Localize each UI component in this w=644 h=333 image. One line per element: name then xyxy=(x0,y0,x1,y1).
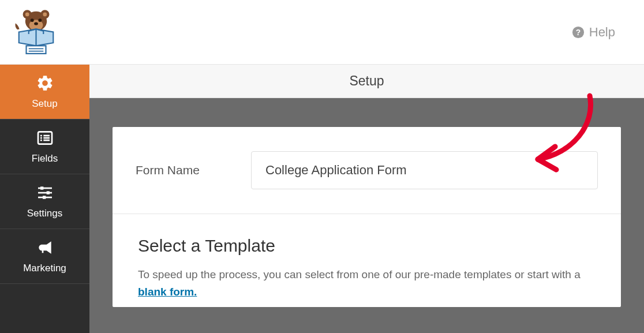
content: Setup Form Name Select a Template To spe… xyxy=(89,65,644,333)
sidebar-item-setup[interactable]: Setup xyxy=(0,65,89,119)
sidebar-label-fields: Fields xyxy=(32,153,58,164)
bullhorn-icon xyxy=(36,238,54,257)
help-icon: ? xyxy=(572,26,585,39)
svg-rect-9 xyxy=(27,46,46,54)
page-title: Setup xyxy=(349,73,384,89)
sidebar-item-marketing[interactable]: Marketing xyxy=(0,229,89,284)
svg-point-8 xyxy=(34,23,38,25)
svg-rect-26 xyxy=(43,196,46,199)
svg-point-6 xyxy=(31,18,34,22)
blank-form-link[interactable]: blank form. xyxy=(138,286,197,298)
sidebar-item-settings[interactable]: Settings xyxy=(0,174,89,229)
template-description: To speed up the process, you can select … xyxy=(138,266,596,301)
list-icon xyxy=(36,129,54,147)
form-panel: Form Name Select a Template To speed up … xyxy=(113,127,621,307)
template-heading: Select a Template xyxy=(138,236,596,256)
sidebar-label-marketing: Marketing xyxy=(23,263,66,274)
svg-point-4 xyxy=(43,13,47,17)
sidebar-item-fields[interactable]: Fields xyxy=(0,119,89,174)
form-name-row: Form Name xyxy=(113,127,621,214)
svg-point-17 xyxy=(40,137,42,139)
svg-text:?: ? xyxy=(576,28,581,36)
content-header: Setup xyxy=(89,65,644,98)
top-header: ? Help xyxy=(0,0,644,65)
svg-rect-22 xyxy=(40,186,43,189)
form-name-input[interactable] xyxy=(251,151,598,189)
svg-point-7 xyxy=(38,18,42,22)
template-section: Select a Template To speed up the proces… xyxy=(113,214,621,307)
svg-point-15 xyxy=(40,134,42,136)
content-body: Form Name Select a Template To speed up … xyxy=(89,98,644,333)
brand-logo xyxy=(12,8,61,57)
sidebar-label-settings: Settings xyxy=(27,208,62,219)
sliders-icon xyxy=(36,184,54,202)
sidebar-label-setup: Setup xyxy=(32,98,57,110)
sidebar: Setup Fields Settings xyxy=(0,65,89,333)
form-name-label: Form Name xyxy=(136,163,251,177)
svg-point-3 xyxy=(25,13,29,17)
gear-icon xyxy=(36,74,54,92)
help-label: Help xyxy=(589,25,615,40)
help-link[interactable]: ? Help xyxy=(572,25,615,40)
svg-point-19 xyxy=(40,139,42,141)
template-desc-text: To speed up the process, you can select … xyxy=(138,268,581,280)
main-area: Setup Fields Settings xyxy=(0,65,644,333)
svg-rect-24 xyxy=(46,191,49,194)
